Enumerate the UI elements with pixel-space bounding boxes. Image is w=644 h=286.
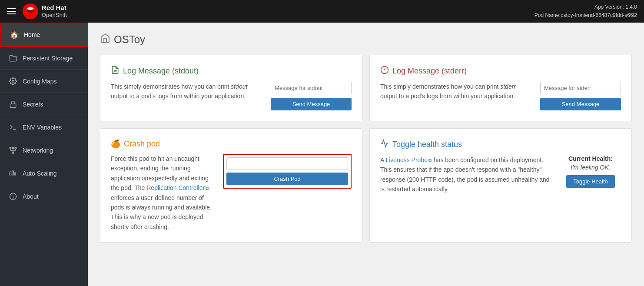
svg-rect-8	[13, 147, 14, 149]
pod-name: Pod Name:ostoy-frontend-66487c9fdd-s66l2	[534, 11, 637, 20]
sidebar-item-networking[interactable]: Networking	[0, 139, 88, 162]
stderr-send-button[interactable]: Send Message	[540, 98, 621, 110]
crash-message-input[interactable]: This is goodbye!	[226, 157, 348, 170]
sidebar-label-secrets: Secrets	[23, 101, 43, 108]
header-info: App Version: 1.4.0 Pod Name:ostoy-fronte…	[534, 3, 637, 20]
page-title-icon	[100, 33, 110, 46]
card-stderr-description: This simply demonstrates how you can pri…	[380, 82, 533, 101]
card-stderr: Log Message (stderr) This simply demonst…	[369, 55, 632, 121]
terminal-icon	[9, 123, 17, 132]
stdout-icon	[111, 66, 120, 76]
brand-text: Red Hat OpenShift	[42, 4, 67, 19]
sidebar-label-config-maps: Config Maps	[23, 78, 57, 85]
card-stdout-description: This simply demonstrates how you can pri…	[111, 82, 264, 101]
sidebar-label-about: About	[23, 193, 39, 200]
card-stdout-actions: Send Message	[271, 82, 352, 110]
stdout-send-button[interactable]: Send Message	[271, 98, 352, 110]
svg-rect-17	[14, 173, 16, 175]
crash-icon: 🍊	[111, 139, 120, 149]
sidebar-item-env-variables[interactable]: ENV Variables	[0, 116, 88, 139]
sidebar-item-persistent-storage[interactable]: Persistent Storage	[0, 47, 88, 70]
card-crash-actions: This is goodbye! Crash Pod	[223, 154, 352, 189]
card-health-header: Toggle health status	[380, 139, 621, 150]
sidebar-item-auto-scaling[interactable]: Auto Scaling	[0, 162, 88, 185]
stderr-message-input[interactable]	[540, 82, 621, 94]
sidebar: 🏠 Home Persistent Storage Config Maps Se…	[0, 23, 88, 286]
page-title: OSToy	[100, 33, 632, 46]
card-crash-body: Force this pod to hit an uncaught except…	[111, 154, 352, 232]
cards-grid: Log Message (stdout) This simply demonst…	[100, 55, 632, 243]
svg-rect-7	[10, 147, 11, 149]
header-left: Red Hat OpenShift	[7, 3, 67, 19]
card-stderr-header: Log Message (stderr)	[380, 66, 621, 76]
sidebar-label-networking: Networking	[23, 147, 53, 154]
card-health-description: A Liveness Probe⧉ has been configured on…	[380, 155, 553, 194]
hamburger-menu[interactable]	[7, 8, 16, 14]
card-stdout-title: Log Message (stdout)	[123, 67, 199, 76]
card-crash-header: 🍊 Crash pod	[111, 139, 352, 149]
card-stdout-header: Log Message (stdout)	[111, 66, 352, 76]
svg-point-4	[12, 80, 14, 83]
replication-controller-link[interactable]: Replication Controller	[146, 184, 205, 191]
card-stderr-actions: Send Message	[540, 82, 621, 110]
health-status-value: I'm feeling OK.	[560, 164, 621, 171]
card-stderr-title: Log Message (stderr)	[392, 67, 467, 76]
liveness-ext-icon: ⧉	[428, 158, 432, 163]
sidebar-label-auto-scaling: Auto Scaling	[23, 170, 57, 177]
sidebar-label-env-variables: ENV Variables	[23, 124, 62, 131]
main-content: OSToy Log Message (stdout) This simply d…	[88, 23, 644, 286]
stderr-icon	[380, 66, 389, 76]
svg-rect-10	[13, 152, 14, 153]
card-stderr-body: This simply demonstrates how you can pri…	[380, 82, 621, 110]
main-layout: 🏠 Home Persistent Storage Config Maps Se…	[0, 23, 644, 286]
svg-rect-5	[10, 104, 16, 107]
liveness-probe-link[interactable]: Liveness Probe	[385, 156, 428, 163]
top-header: Red Hat OpenShift App Version: 1.4.0 Pod…	[0, 0, 644, 23]
card-crash-title: Crash pod	[124, 140, 160, 149]
folder-icon	[9, 54, 17, 63]
redhat-logo-svg	[23, 3, 38, 19]
sidebar-label-home: Home	[24, 31, 40, 38]
brand-logo: Red Hat OpenShift	[23, 3, 67, 19]
svg-rect-15	[10, 172, 11, 175]
gear-icon	[9, 77, 17, 86]
sidebar-item-secrets[interactable]: Secrets	[0, 93, 88, 116]
sidebar-item-home[interactable]: 🏠 Home	[0, 23, 88, 47]
current-health-label: Current Health:	[560, 155, 621, 162]
sidebar-item-about[interactable]: About	[0, 185, 88, 208]
stdout-message-input[interactable]	[271, 82, 352, 94]
card-crash: 🍊 Crash pod Force this pod to hit an unc…	[100, 128, 362, 243]
network-icon	[9, 146, 17, 155]
home-icon: 🏠	[10, 30, 19, 39]
card-crash-description: Force this pod to hit an uncaught except…	[111, 154, 216, 232]
card-health: Toggle health status A Liveness Probe⧉ h…	[369, 128, 632, 243]
crash-pod-button[interactable]: Crash Pod	[226, 173, 348, 185]
app-version: App Version: 1.4.0	[534, 3, 637, 11]
replication-ext-icon: ⧉	[206, 186, 209, 191]
card-health-title: Toggle health status	[392, 140, 462, 149]
card-stdout-body: This simply demonstrates how you can pri…	[111, 82, 352, 110]
health-icon	[380, 139, 389, 150]
lock-icon	[9, 100, 17, 109]
svg-point-3	[27, 7, 33, 10]
scaling-icon	[9, 169, 17, 178]
svg-rect-16	[12, 171, 13, 175]
health-status-section: Current Health: I'm feeling OK. Toggle H…	[560, 155, 621, 188]
card-health-body: A Liveness Probe⧉ has been configured on…	[380, 155, 621, 194]
crash-pod-input-wrap: This is goodbye! Crash Pod	[223, 154, 352, 189]
sidebar-label-persistent-storage: Persistent Storage	[23, 55, 73, 62]
info-icon	[9, 192, 17, 201]
toggle-health-button[interactable]: Toggle Health	[566, 175, 615, 188]
card-stdout: Log Message (stdout) This simply demonst…	[100, 55, 362, 121]
sidebar-item-config-maps[interactable]: Config Maps	[0, 70, 88, 93]
svg-rect-9	[15, 147, 17, 149]
